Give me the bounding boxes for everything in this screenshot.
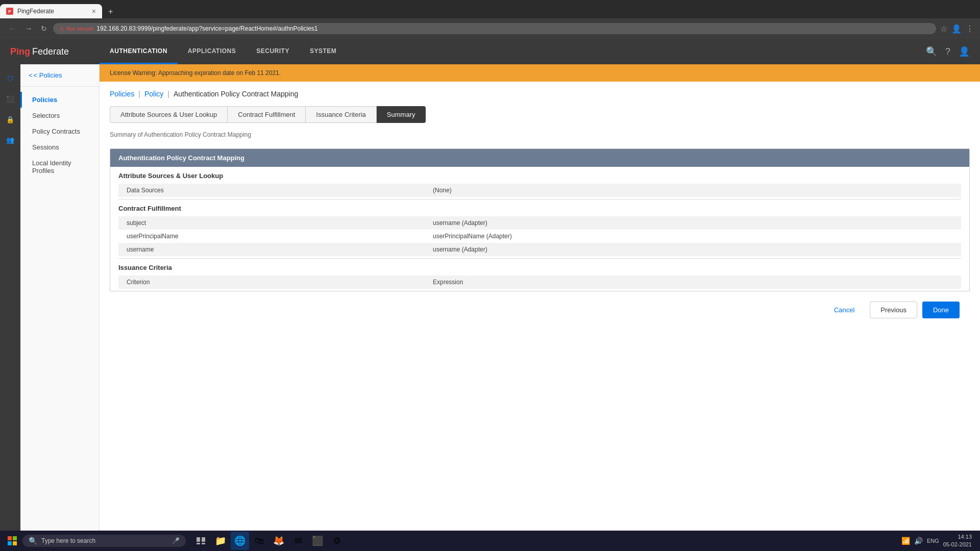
url-text: 192.168.20.83:9999/pingfederate/app?serv… xyxy=(96,25,317,32)
svg-rect-0 xyxy=(8,536,12,540)
sidebar-item-policies[interactable]: Policies xyxy=(20,92,99,108)
task-view-icon xyxy=(197,537,206,544)
taskbar-app-mail[interactable]: ✉ xyxy=(289,532,307,550)
store-icon: 🛍 xyxy=(255,536,264,546)
file-explorer-icon: 📁 xyxy=(215,535,226,546)
svg-rect-7 xyxy=(202,543,205,544)
bookmark-button[interactable]: ☆ xyxy=(940,24,947,34)
tab-issuance-criteria[interactable]: Issuance Criteria xyxy=(306,106,377,123)
breadcrumb-policies[interactable]: Policies xyxy=(110,90,134,98)
warning-icon: ⚠ xyxy=(59,26,64,32)
menu-button[interactable]: ⋮ xyxy=(966,24,974,34)
svg-rect-3 xyxy=(13,541,17,545)
taskbar-app-firefox[interactable]: 🦊 xyxy=(270,532,288,550)
subject-key: subject xyxy=(122,219,429,227)
firefox-icon: 🦊 xyxy=(273,535,284,546)
nav-applications[interactable]: APPLICATIONS xyxy=(178,39,246,64)
taskbar-date: 05-02-2021 xyxy=(943,541,972,548)
logo-federate: Federate xyxy=(32,46,69,57)
data-sources-key: Data Sources xyxy=(122,187,429,194)
table-row: userPrincipalName userPrincipalName (Ada… xyxy=(118,230,961,243)
browser-icon: 🌐 xyxy=(234,535,246,546)
sidebar-text-navigation: < < Policies Policies Selectors Policy C… xyxy=(20,64,100,551)
tab-summary[interactable]: Summary xyxy=(377,106,426,123)
table-row: Data Sources (None) xyxy=(118,184,961,197)
previous-button[interactable]: Previous xyxy=(870,302,917,318)
new-tab-button[interactable]: + xyxy=(102,5,119,18)
taskbar-app-browser[interactable]: 🌐 xyxy=(231,532,249,550)
taskbar-time: 14:13 xyxy=(943,533,972,541)
profile-button[interactable]: 👤 xyxy=(951,24,962,34)
content-area: License Warning: Approaching expiration … xyxy=(100,64,980,551)
breadcrumb-sep-2: | xyxy=(167,90,169,98)
taskbar-clock[interactable]: 14:13 05-02-2021 xyxy=(943,533,972,549)
tab-contract-fulfillment[interactable]: Contract Fulfillment xyxy=(228,106,306,123)
forward-button[interactable]: → xyxy=(22,22,35,35)
taskbar: 🔍 Type here to search 🎤 📁 🌐 🛍 🦊 ✉ ⬛ ⚙ 📶 xyxy=(0,531,980,551)
main-layout: 🛡 ⬛ 🔒 👥 < < Policies Policies Selectors … xyxy=(0,64,980,551)
logo-ping: Ping xyxy=(10,46,30,57)
taskbar-search-placeholder: Type here to search xyxy=(41,537,95,544)
url-bar[interactable]: ⚠ Not secure 192.168.20.83:9999/pingfede… xyxy=(53,23,936,34)
browser-tab[interactable]: P PingFederate × xyxy=(0,4,102,18)
sidebar-icon-lock[interactable]: 🔒 xyxy=(1,110,19,129)
sidebar-icon-strip: 🛡 ⬛ 🔒 👥 xyxy=(0,64,20,551)
mail-icon: ✉ xyxy=(295,535,302,546)
subject-value: username (Adapter) xyxy=(429,219,487,227)
table-row: Criterion Expression xyxy=(118,276,961,289)
address-bar-container: ← → ↻ ⚠ Not secure 192.168.20.83:9999/pi… xyxy=(0,18,980,39)
sidebar-item-selectors[interactable]: Selectors xyxy=(20,108,99,123)
user-icon[interactable]: 👤 xyxy=(959,46,970,57)
summary-section: Authentication Policy Contract Mapping A… xyxy=(110,148,970,291)
nav-authentication[interactable]: AUTHENTICATION xyxy=(100,39,178,64)
terminal-icon: ⬛ xyxy=(312,535,323,546)
tab-favicon: P xyxy=(6,8,13,15)
sidebar: 🛡 ⬛ 🔒 👥 < < Policies Policies Selectors … xyxy=(0,64,100,551)
sidebar-back-label: < Policies xyxy=(34,71,62,79)
refresh-button[interactable]: ↻ xyxy=(39,22,49,35)
nav-system[interactable]: SYSTEM xyxy=(300,39,347,64)
sidebar-item-local-identity-profiles[interactable]: Local Identity Profiles xyxy=(20,155,99,179)
action-bar: Cancel Previous Done xyxy=(110,291,970,329)
tab-close-button[interactable]: × xyxy=(92,7,96,15)
cancel-button[interactable]: Cancel xyxy=(824,302,865,318)
nav-security[interactable]: SECURITY xyxy=(246,39,300,64)
settings-icon: ⚙ xyxy=(333,535,341,546)
sidebar-icon-shield[interactable]: 🛡 xyxy=(1,69,19,88)
sidebar-icon-puzzle[interactable]: ⬛ xyxy=(1,90,19,108)
taskbar-app-store[interactable]: 🛍 xyxy=(250,532,268,550)
tab-attribute-sources[interactable]: Attribute Sources & User Lookup xyxy=(110,106,228,123)
help-icon[interactable]: ? xyxy=(945,46,950,57)
taskbar-app-file-explorer[interactable]: 📁 xyxy=(211,532,230,550)
page-content: Summary of Authentication Policy Contrac… xyxy=(100,123,980,337)
done-button[interactable]: Done xyxy=(922,302,960,318)
taskbar-search[interactable]: 🔍 Type here to search 🎤 xyxy=(22,535,186,547)
taskbar-app-task-view[interactable] xyxy=(192,532,210,550)
taskbar-right: 📶 🔊 ENG 14:13 05-02-2021 xyxy=(901,533,976,549)
windows-icon xyxy=(8,536,17,545)
userprincipalname-value: userPrincipalName (Adapter) xyxy=(429,233,512,240)
svg-rect-4 xyxy=(197,537,200,542)
issuance-criteria-group-title: Issuance Criteria xyxy=(118,264,961,271)
security-label: Not secure xyxy=(66,26,93,32)
sidebar-back-policies[interactable]: < < Policies xyxy=(20,64,99,87)
taskbar-app-terminal[interactable]: ⬛ xyxy=(308,532,327,550)
sidebar-nav-items: Policies Selectors Policy Contracts Sess… xyxy=(20,87,99,184)
search-icon[interactable]: 🔍 xyxy=(926,46,937,57)
license-warning-banner: License Warning: Approaching expiration … xyxy=(100,64,980,82)
network-icon[interactable]: 📶 xyxy=(901,537,910,545)
tab-title: PingFederate xyxy=(17,8,88,15)
taskbar-app-settings[interactable]: ⚙ xyxy=(328,532,346,550)
security-indicator: ⚠ Not secure xyxy=(59,26,93,32)
start-button[interactable] xyxy=(4,533,20,549)
contract-fulfillment-group-title: Contract Fulfillment xyxy=(118,205,961,212)
username-key: username xyxy=(122,246,429,253)
volume-icon[interactable]: 🔊 xyxy=(914,537,923,545)
sidebar-icon-person[interactable]: 👥 xyxy=(1,131,19,149)
sidebar-item-policy-contracts[interactable]: Policy Contracts xyxy=(20,123,99,139)
userprincipalname-key: userPrincipalName xyxy=(122,233,429,240)
browser-actions: ☆ 👤 ⋮ xyxy=(940,24,974,34)
back-button[interactable]: ← xyxy=(6,22,18,35)
sidebar-item-sessions[interactable]: Sessions xyxy=(20,139,99,155)
breadcrumb-policy[interactable]: Policy xyxy=(144,90,163,98)
